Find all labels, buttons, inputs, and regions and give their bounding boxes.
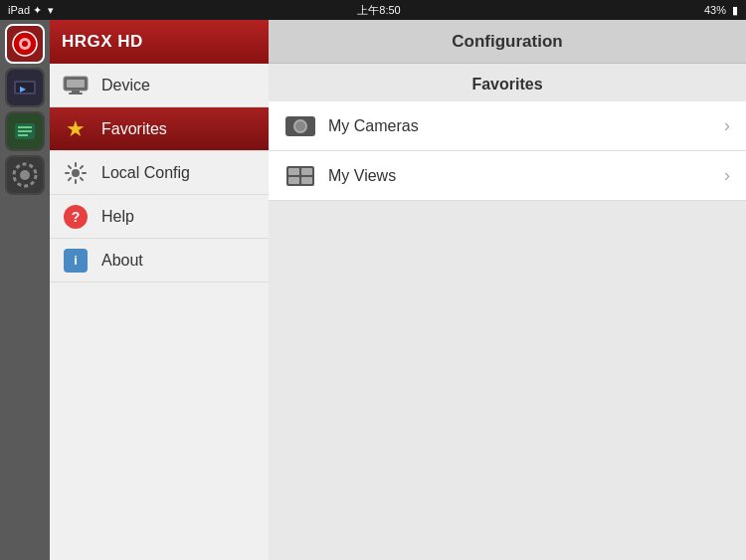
dock-item-settings[interactable]	[5, 155, 45, 195]
dock-item-main[interactable]	[5, 24, 45, 64]
device-icon	[62, 72, 90, 99]
status-right: 43% ▮	[704, 4, 738, 17]
status-time: 上午8:50	[357, 3, 400, 18]
dock-icon-hrgx	[7, 26, 43, 62]
svg-point-10	[20, 170, 30, 180]
camera-icon	[284, 110, 316, 142]
battery-icon: ▮	[732, 4, 738, 17]
sidebar-item-help-label: Help	[101, 208, 134, 226]
star-icon: ★	[62, 115, 90, 143]
app-title: HRGX HD	[62, 32, 143, 52]
svg-text:▶: ▶	[20, 85, 27, 93]
wifi-icon: ▾	[48, 4, 54, 17]
sidebar-item-local-config[interactable]: Local Config	[50, 151, 269, 195]
svg-rect-7	[18, 126, 32, 128]
svg-rect-9	[18, 134, 28, 136]
app-container: ▶ H	[0, 20, 746, 560]
sidebar-item-about-label: About	[101, 252, 143, 270]
sidebar-header: HRGX HD	[50, 20, 269, 64]
sidebar-item-device-label: Device	[101, 77, 150, 94]
sidebar-item-favorites-label: Favorites	[101, 120, 167, 138]
svg-rect-8	[18, 130, 32, 132]
list-item-my-views[interactable]: My Views ›	[269, 151, 746, 201]
dock-item-video[interactable]: ▶	[5, 68, 45, 107]
ipad-label: iPad ✦	[8, 4, 42, 17]
content-header: Configuration	[269, 20, 746, 64]
status-left: iPad ✦ ▾	[8, 4, 54, 17]
sidebar-item-help[interactable]: ? Help	[50, 195, 269, 239]
content-title: Configuration	[452, 32, 562, 52]
views-icon	[284, 160, 316, 192]
sidebar-item-about[interactable]: i About	[50, 239, 269, 282]
main-content: Configuration Favorites My Cameras ›	[269, 20, 746, 560]
chevron-right-icon-2: ›	[724, 165, 730, 186]
dock: ▶	[0, 20, 50, 560]
list-item-my-cameras[interactable]: My Cameras ›	[269, 101, 746, 151]
svg-rect-13	[67, 80, 85, 88]
svg-point-16	[72, 169, 80, 177]
sidebar-item-favorites[interactable]: ★ Favorites	[50, 107, 269, 151]
info-icon: i	[62, 247, 90, 275]
content-list: My Cameras › My Views ›	[269, 101, 746, 201]
battery-percent: 43%	[704, 4, 726, 16]
nav-list: Device ★ Favorites Local Config	[50, 64, 269, 560]
sidebar-item-local-config-label: Local Config	[101, 164, 190, 182]
sidebar: HRGX HD Device ★	[50, 20, 269, 560]
dock-icon-list	[7, 113, 43, 149]
status-bar: iPad ✦ ▾ 上午8:50 43% ▮	[0, 0, 746, 20]
sidebar-item-device[interactable]: Device	[50, 64, 269, 107]
chevron-right-icon: ›	[724, 115, 730, 136]
section-title: Favorites	[269, 64, 746, 101]
my-views-label: My Views	[328, 167, 712, 185]
my-cameras-label: My Cameras	[328, 117, 712, 135]
dock-icon-gear	[7, 157, 43, 193]
local-config-icon	[62, 159, 90, 187]
svg-rect-15	[69, 93, 83, 94]
help-icon: ?	[62, 203, 90, 231]
svg-point-2	[22, 41, 28, 47]
dock-icon-video: ▶	[7, 70, 43, 105]
dock-item-list[interactable]	[5, 111, 45, 151]
